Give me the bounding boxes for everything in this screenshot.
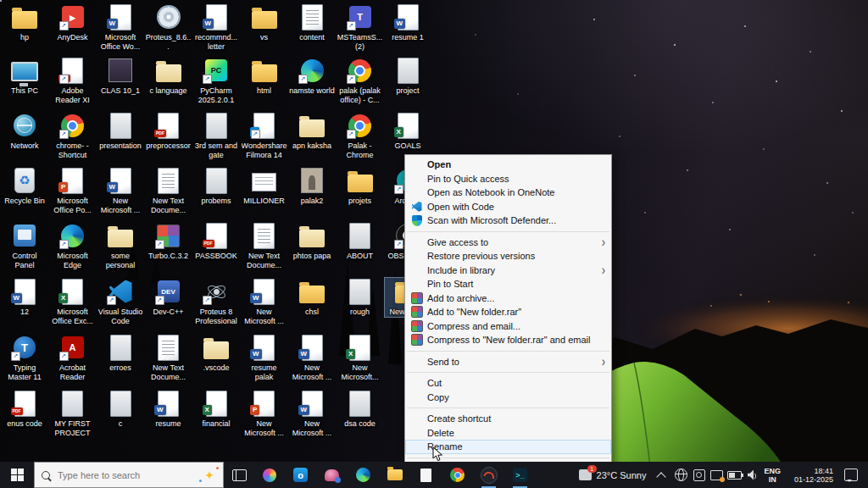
menu-item-add-to-new-folder-rar[interactable]: Add to "New folder.rar" (405, 305, 611, 319)
desktop-icon-new-microsoft[interactable]: PNew Microsoft ... (242, 390, 287, 437)
app-tray-button[interactable] (690, 462, 708, 488)
menu-item-scan-with-microsoft-defender[interactable]: Scan with Microsoft Defender... (405, 214, 611, 228)
menu-item-rename[interactable]: Rename (405, 440, 611, 454)
desktop-icon-vs[interactable]: vs (242, 3, 287, 42)
desktop-icon-erroes[interactable]: erroes (97, 334, 143, 373)
desktop-icon-rough[interactable]: rough (337, 278, 383, 317)
desktop-icon-namste-world[interactable]: ↗namste world (289, 57, 335, 96)
desktop-icon-new-microsoft[interactable]: WNew Microsoft ... (242, 278, 287, 325)
desktop-icon-12[interactable]: W12 (2, 278, 47, 317)
menu-item-pin-to-start[interactable]: Pin to Start (405, 277, 611, 291)
desktop-icon-vscode[interactable]: .vscode (193, 334, 239, 373)
clock[interactable]: 18:41 01-12-2025 (787, 467, 840, 484)
desktop-icon-phtos-papa[interactable]: phtos papa (289, 222, 335, 261)
desktop-icon-new-text-docume[interactable]: New Text Docume... (146, 334, 192, 381)
desktop-icon-microsoft-office-wo[interactable]: WMicrosoft Office Wo... (97, 3, 143, 51)
desktop-icon-adobe-reader-xi[interactable]: PDF↗Adobe Reader XI (50, 57, 96, 104)
weather-widget[interactable]: 1 23°C Sunny (571, 469, 654, 480)
taskbar-app-outlook[interactable]: o (285, 462, 316, 488)
desktop-icon-new-text-docume[interactable]: New Text Docume... (242, 222, 287, 269)
menu-item-restore-previous-versions[interactable]: Restore previous versions (405, 249, 611, 263)
language-indicator[interactable]: ENG IN (757, 467, 787, 484)
desktop-icon-html[interactable]: html (242, 57, 287, 96)
desktop-icon-chrome-shortcut[interactable]: ↗chrome- - Shortcut (50, 112, 96, 159)
desktop-icon-typing-master-11[interactable]: T↗Typing Master 11 (2, 334, 47, 381)
copilot-button[interactable] (254, 462, 285, 488)
desktop-icon-c-language[interactable]: c language (146, 57, 192, 96)
desktop-icon-control-panel[interactable]: Control Panel (2, 222, 47, 269)
desktop-icon-turbo-c-3-2[interactable]: ↗Turbo.C.3.2 (146, 222, 192, 261)
menu-item-compress-and-email[interactable]: Compress and email... (405, 319, 611, 334)
menu-item-give-access-to[interactable]: Give access to› (405, 236, 611, 250)
desktop-icon-msteamss-2[interactable]: T↗MSTeamsS... (2) (337, 3, 383, 51)
desktop-icon-apn-kaksha[interactable]: apn kaksha (289, 112, 335, 151)
desktop-icon-3rd-sem-and-gate[interactable]: 3rd sem and gate (193, 112, 239, 159)
desktop-icon-some-personal[interactable]: some personal (97, 222, 143, 269)
desktop-icon-microsoft-office-exc[interactable]: XMicrosoft Office Exc... (50, 278, 96, 325)
menu-item-cut[interactable]: Cut (405, 376, 611, 391)
start-button[interactable] (0, 462, 34, 488)
desktop-icon-resume[interactable]: Wresume (146, 390, 192, 429)
menu-item-pin-to-quick-access[interactable]: Pin to Quick access (405, 172, 611, 186)
desktop-icon-resume-1[interactable]: Wresume 1 (385, 3, 431, 42)
desktop-icon-acrobat-reader[interactable]: A↗Acrobat Reader (50, 334, 96, 381)
desktop-icon-passbook[interactable]: PDFPASSBOOK (193, 222, 239, 261)
desktop-icon-wondershare-filmora-14[interactable]: F↗Wondershare Filmora 14 (242, 112, 287, 159)
desktop-icon-my-first-project[interactable]: MY FIRST PROJECT (50, 390, 96, 437)
menu-item-include-in-library[interactable]: Include in library› (405, 263, 611, 278)
desktop-icon-goals[interactable]: XGOALS (385, 112, 431, 151)
desktop-icon-new-microsoft[interactable]: WNew Microsoft ... (289, 334, 335, 381)
desktop-icon-chsl[interactable]: chsl (289, 278, 335, 317)
menu-item-open-with-code[interactable]: Open with Code (405, 200, 611, 214)
desktop-icon-palak2[interactable]: palak2 (289, 167, 335, 206)
menu-item-open[interactable]: Open (405, 158, 611, 172)
search-input[interactable] (56, 469, 198, 481)
desktop-icon-pycharm-2025-2-0-1[interactable]: PC↗PyCharm 2025.2.0.1 (193, 57, 239, 104)
desktop-icon-palak-palak-office-c[interactable]: ↗palak (palak office) - C... (337, 57, 383, 104)
battery-button[interactable] (726, 462, 743, 488)
network-tray-button[interactable] (672, 462, 690, 488)
desktop-icon-microsoft-office-po[interactable]: PMicrosoft Office Po... (50, 167, 96, 214)
desktop-icon-hp[interactable]: hp (2, 3, 47, 42)
menu-item-send-to[interactable]: Send to› (405, 355, 611, 369)
desktop-icon-recommnd-letter[interactable]: Wrecommnd... letter (193, 3, 239, 51)
action-center-icon[interactable] (844, 469, 858, 481)
desktop-icon-probems[interactable]: probems (193, 167, 239, 206)
desktop-icon-new-microsoft[interactable]: XNew Microsoft... (337, 334, 383, 381)
search-box[interactable]: ✦ (34, 462, 224, 488)
desktop-icon-network[interactable]: Network (2, 112, 47, 151)
display-tray-button[interactable] (708, 462, 726, 488)
desktop-icon-presentation[interactable]: presentation (97, 112, 143, 151)
menu-item-create-shortcut[interactable]: Create shortcut (405, 412, 611, 426)
desktop-icon-resume-palak[interactable]: Wresume palak (242, 334, 287, 381)
desktop-icon-about[interactable]: ABOUT (337, 222, 383, 261)
menu-item-copy[interactable]: Copy (405, 391, 611, 405)
desktop-icon-new-microsoft[interactable]: WNew Microsoft ... (97, 167, 143, 214)
desktop-icon-new-microsoft[interactable]: WNew Microsoft ... (289, 390, 335, 437)
taskbar-app-terminal[interactable]: >_ (504, 462, 536, 488)
taskbar-app-pink-app[interactable] (316, 462, 348, 488)
desktop-icon-anydesk[interactable]: ▸↗AnyDesk (50, 3, 96, 42)
desktop-icon-clas-10-1[interactable]: CLAS 10_1 (97, 57, 143, 96)
desktop-icon-proteus-8-professional[interactable]: ↗Proteus 8 Professional (193, 278, 239, 325)
desktop-icon-dsa-code[interactable]: dsa code (337, 390, 383, 429)
desktop-icon-dev-c[interactable]: DEV↗Dev-C++ (146, 278, 192, 317)
desktop-icon-visual-studio-code[interactable]: ↗Visual Studio Code (97, 278, 143, 325)
task-view-button[interactable] (224, 462, 254, 488)
desktop-icon-content[interactable]: content (289, 3, 335, 42)
menu-item-add-to-archive[interactable]: Add to archive... (405, 291, 611, 306)
menu-item-open-as-notebook-in-onenote[interactable]: Open as Notebook in OneNote (405, 186, 611, 200)
taskbar-app-chrome[interactable] (442, 462, 473, 488)
desktop-icon-recycle-bin[interactable]: ♻Recycle Bin (2, 167, 47, 206)
desktop-icon-proteus-8-6[interactable]: Proteus_8.6... (146, 3, 192, 51)
desktop-icon-enus-code[interactable]: PDFenus code (2, 390, 47, 429)
menu-item-compress-to-new-folder-rar-and-email[interactable]: Compress to "New folder.rar" and email (405, 333, 611, 347)
desktop-icon-preprocessor[interactable]: PDFpreprocessor (146, 112, 192, 151)
taskbar-app-file-explorer[interactable] (379, 462, 410, 488)
taskbar-app-notepad[interactable] (410, 462, 442, 488)
desktop-icon-project[interactable]: project (385, 57, 431, 96)
desktop-icon-financial[interactable]: Xfinancial (193, 390, 239, 429)
desktop-icon-projets[interactable]: projets (337, 167, 383, 206)
desktop-icon-microsoft-edge[interactable]: ↗Microsoft Edge (50, 222, 96, 269)
taskbar-app-speedtest[interactable] (473, 462, 504, 488)
